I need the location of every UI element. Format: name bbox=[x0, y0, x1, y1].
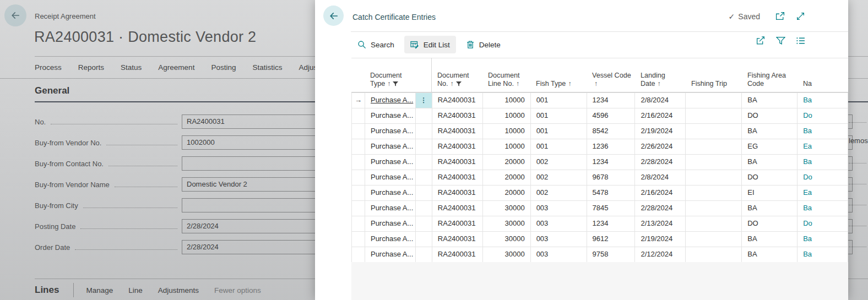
cell-name[interactable]: Ba bbox=[798, 155, 848, 170]
cell-line-no[interactable]: 10000 bbox=[483, 93, 531, 108]
cell-doc-type[interactable]: Purchase A... bbox=[365, 201, 416, 216]
cell-row-menu[interactable] bbox=[416, 186, 432, 201]
delete-button[interactable]: Delete bbox=[460, 36, 507, 53]
cell-fish-type[interactable]: 003 bbox=[531, 216, 587, 232]
col-header-line-no[interactable]: DocumentLine No.↑ bbox=[482, 58, 530, 92]
cell-fish-type[interactable]: 001 bbox=[531, 93, 587, 108]
search-button[interactable]: Search bbox=[351, 36, 400, 53]
cell-area-code[interactable]: DO bbox=[742, 170, 798, 186]
cell-landing-date[interactable]: 2/19/2024 bbox=[635, 232, 686, 247]
cell-name[interactable]: Do bbox=[798, 108, 848, 124]
cell-row-menu[interactable] bbox=[416, 124, 432, 139]
filter-icon[interactable] bbox=[776, 36, 785, 45]
cell-area-code[interactable]: BA bbox=[742, 247, 798, 263]
cell-fish-type[interactable]: 002 bbox=[531, 186, 587, 201]
row-selector-cell[interactable] bbox=[352, 139, 365, 155]
expand-icon[interactable] bbox=[796, 12, 805, 21]
cell-line-no[interactable]: 30000 bbox=[483, 216, 531, 232]
cell-name[interactable]: Do bbox=[798, 216, 848, 232]
cell-fish-type[interactable]: 001 bbox=[531, 139, 587, 155]
cell-doc-type[interactable]: Purchase A... bbox=[365, 232, 416, 247]
cell-fishing-trip[interactable] bbox=[686, 216, 742, 232]
cell-doc-type[interactable]: Purchase A... bbox=[365, 155, 416, 170]
cell-row-menu[interactable] bbox=[416, 155, 432, 170]
cell-vessel-code[interactable]: 8542 bbox=[587, 124, 636, 139]
cell-fish-type[interactable]: 001 bbox=[531, 124, 587, 139]
cell-fishing-trip[interactable] bbox=[686, 93, 742, 108]
row-selector-cell[interactable] bbox=[352, 108, 365, 124]
cell-line-no[interactable]: 30000 bbox=[483, 201, 531, 216]
cell-row-menu[interactable] bbox=[416, 170, 432, 186]
cell-vessel-code[interactable]: 1234 bbox=[587, 216, 636, 232]
cell-fishing-trip[interactable] bbox=[686, 108, 742, 124]
cell-fishing-trip[interactable] bbox=[686, 201, 742, 216]
cell-fish-type[interactable]: 003 bbox=[531, 201, 587, 216]
cell-landing-date[interactable]: 2/13/2024 bbox=[635, 216, 686, 232]
cell-row-menu[interactable] bbox=[416, 139, 432, 155]
cell-doc-no[interactable]: RA2400031 bbox=[432, 124, 483, 139]
cell-fish-type[interactable]: 002 bbox=[531, 170, 587, 186]
choose-columns-icon[interactable] bbox=[796, 36, 805, 45]
dialog-back-button[interactable] bbox=[323, 6, 344, 26]
row-selector-cell[interactable] bbox=[352, 155, 365, 170]
cell-vessel-code[interactable]: 9678 bbox=[587, 170, 636, 186]
cell-landing-date[interactable]: 2/16/2024 bbox=[635, 186, 686, 201]
cell-area-code[interactable]: BA bbox=[742, 93, 798, 108]
cell-doc-type[interactable]: Purchase A... bbox=[365, 108, 416, 124]
cell-line-no[interactable]: 10000 bbox=[483, 124, 531, 139]
cell-vessel-code[interactable]: 9758 bbox=[587, 247, 636, 263]
col-header-name[interactable]: Na bbox=[798, 58, 848, 92]
cell-doc-type[interactable]: Purchase A... bbox=[365, 170, 416, 186]
open-in-window-icon[interactable] bbox=[775, 12, 785, 21]
cell-doc-no[interactable]: RA2400031 bbox=[432, 139, 483, 155]
cell-vessel-code[interactable]: 1234 bbox=[587, 155, 636, 170]
cell-doc-no[interactable]: RA2400031 bbox=[432, 108, 483, 124]
cell-area-code[interactable]: BA bbox=[742, 201, 798, 216]
cell-fish-type[interactable]: 002 bbox=[531, 155, 587, 170]
cell-area-code[interactable]: BA bbox=[742, 124, 798, 139]
cell-fish-type[interactable]: 003 bbox=[531, 232, 587, 247]
col-header-fish-type[interactable]: Fish Type↑ bbox=[530, 58, 587, 92]
cell-doc-type[interactable]: Purchase A... bbox=[365, 186, 416, 201]
col-header-area-code[interactable]: Fishing AreaCode bbox=[742, 58, 798, 92]
cell-doc-type[interactable]: Purchase A... bbox=[365, 139, 416, 155]
cell-landing-date[interactable]: 2/16/2024 bbox=[635, 108, 686, 124]
cell-vessel-code[interactable]: 9612 bbox=[587, 232, 636, 247]
cell-vessel-code[interactable]: 1236 bbox=[587, 139, 636, 155]
cell-line-no[interactable]: 20000 bbox=[483, 170, 531, 186]
cell-row-menu[interactable] bbox=[416, 201, 432, 216]
cell-fish-type[interactable]: 001 bbox=[531, 108, 587, 124]
cell-name[interactable]: Ea bbox=[798, 139, 848, 155]
cell-landing-date[interactable]: 2/8/2024 bbox=[635, 93, 686, 108]
cell-vessel-code[interactable]: 4596 bbox=[587, 108, 636, 124]
col-header-doc-type[interactable]: DocumentType↑ bbox=[365, 58, 415, 92]
col-header-landing-date[interactable]: LandingDate↑ bbox=[635, 58, 686, 92]
cell-area-code[interactable]: DO bbox=[742, 108, 798, 124]
cell-line-no[interactable]: 10000 bbox=[483, 108, 531, 124]
cell-fishing-trip[interactable] bbox=[686, 247, 742, 263]
cell-fishing-trip[interactable] bbox=[686, 139, 742, 155]
cell-line-no[interactable]: 30000 bbox=[483, 247, 531, 263]
row-selector-cell[interactable] bbox=[352, 216, 365, 232]
cell-fish-type[interactable]: 003 bbox=[531, 247, 587, 263]
cell-area-code[interactable]: EI bbox=[742, 186, 798, 201]
cell-name[interactable]: Ea bbox=[798, 186, 848, 201]
col-header-fishing-trip[interactable]: Fishing Trip bbox=[686, 58, 742, 92]
current-row-marker[interactable]: → bbox=[352, 93, 365, 108]
row-selector-cell[interactable] bbox=[352, 201, 365, 216]
cell-doc-no[interactable]: RA2400031 bbox=[432, 247, 483, 263]
edit-list-button[interactable]: Edit List bbox=[404, 36, 456, 53]
cell-fishing-trip[interactable] bbox=[686, 155, 742, 170]
row-selector-cell[interactable] bbox=[352, 186, 365, 201]
cell-landing-date[interactable]: 2/8/2024 bbox=[635, 170, 686, 186]
cell-name[interactable]: Ba bbox=[798, 93, 848, 108]
cell-area-code[interactable]: EG bbox=[742, 139, 798, 155]
cell-vessel-code[interactable]: 1234 bbox=[587, 93, 636, 108]
row-selector-cell[interactable] bbox=[352, 124, 365, 139]
cell-doc-no[interactable]: RA2400031 bbox=[432, 186, 483, 201]
cell-landing-date[interactable]: 2/28/2024 bbox=[635, 155, 686, 170]
cell-line-no[interactable]: 20000 bbox=[483, 155, 531, 170]
cell-name[interactable]: Ba bbox=[798, 201, 848, 216]
cell-name[interactable]: Do bbox=[798, 170, 848, 186]
cell-line-no[interactable]: 20000 bbox=[483, 186, 531, 201]
